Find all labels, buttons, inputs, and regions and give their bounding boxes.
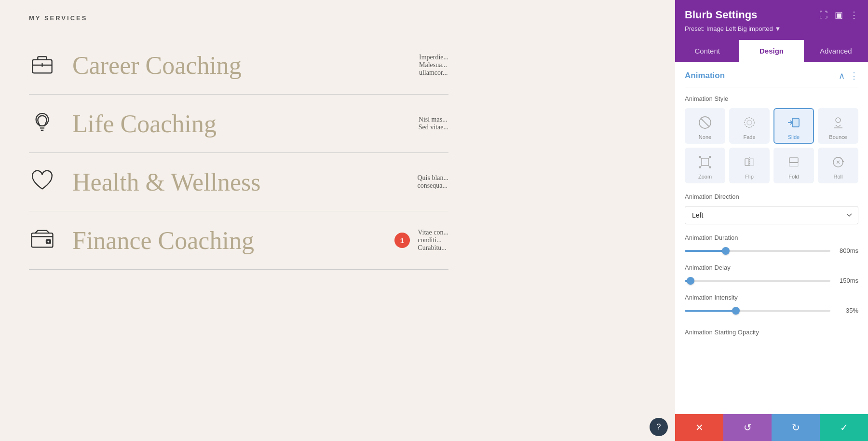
animation-intensity-fill [685,310,736,312]
fold-anim-icon [785,153,802,171]
undo-icon: ↺ [744,422,752,433]
zoom-anim-label: Zoom [698,174,712,179]
life-coaching-title: Life Coaching [72,110,217,138]
svg-point-9 [745,118,754,127]
heart-icon [29,167,58,196]
zoom-anim-icon [696,153,714,171]
more-options-icon[interactable]: ⋮ [850,10,858,20]
animation-direction-select[interactable]: Left Right Top Bottom [685,206,858,224]
services-heading: MY SERVICES [29,14,448,22]
career-coaching-title: Career Coaching [72,51,242,80]
tab-content[interactable]: Content [675,40,739,62]
fade-anim-label: Fade [743,134,755,140]
finance-coaching-desc: Vitae con... conditi... Curabitu... [418,229,448,252]
animation-duration-row: Animation Duration 800ms [685,234,858,254]
help-icon: ? [657,423,661,431]
svg-rect-23 [789,158,798,163]
anim-option-fade[interactable]: Fade [729,108,770,144]
cancel-icon: ✕ [695,422,704,433]
animation-duration-value: 800ms [835,247,858,254]
svg-rect-21 [750,159,754,165]
animation-direction-row: Animation Direction Left Right Top Botto… [685,193,858,224]
slide-anim-icon [785,114,802,131]
animation-direction-select-row: Left Right Top Bottom [685,206,858,224]
lightbulb-icon [29,109,58,138]
svg-line-8 [701,119,709,126]
animation-duration-track[interactable] [685,250,830,252]
panel-header: Blurb Settings ⛶ ▣ ⋮ Preset: Image Left … [675,0,868,40]
animation-intensity-track[interactable] [685,310,830,312]
save-button[interactable]: ✓ [820,414,868,441]
animation-duration-fill [685,250,726,252]
animation-delay-row: Animation Delay 150ms [685,264,858,284]
cancel-button[interactable]: ✕ [675,414,723,441]
redo-button[interactable]: ↻ [772,414,820,441]
animation-section-header: Animation ∧ ⋮ [685,62,858,87]
anim-option-slide[interactable]: Slide [773,108,814,144]
panel-tabs: Content Design Advanced [675,40,868,62]
help-button[interactable]: ? [650,418,668,436]
undo-button[interactable]: ↺ [723,414,772,441]
anim-option-fold[interactable]: Fold [773,148,814,183]
roll-anim-label: Roll [834,174,843,179]
anim-option-bounce[interactable]: Bounce [818,108,858,144]
svg-point-13 [836,118,841,123]
layout-icon[interactable]: ▣ [835,10,843,20]
none-anim-icon [696,114,714,131]
anim-option-roll[interactable]: Roll [818,148,858,183]
animation-direction-label: Animation Direction [685,193,858,200]
none-anim-label: None [699,134,711,140]
notification-badge: 1 [394,233,410,248]
section-more-icon[interactable]: ⋮ [850,70,858,81]
bounce-anim-icon [829,114,847,131]
svg-rect-20 [745,159,749,165]
expand-icon[interactable]: ⛶ [819,10,828,20]
panel-preset[interactable]: Preset: Image Left Big imported ▼ [685,25,858,32]
svg-point-6 [48,241,50,243]
animation-delay-label: Animation Delay [685,264,858,271]
collapse-chevron-icon[interactable]: ∧ [839,70,845,81]
animation-delay-value: 150ms [835,277,858,284]
animation-style-label: Animation Style [685,95,858,102]
animation-intensity-row: Animation Intensity 35% [685,294,858,314]
bounce-anim-label: Bounce [829,134,847,140]
save-icon: ✓ [840,422,848,433]
fade-anim-icon [741,114,758,131]
animation-intensity-thumb[interactable] [732,307,740,315]
anim-option-zoom[interactable]: Zoom [685,148,725,183]
health-wellness-desc: Quis blan... consequa... [417,174,448,190]
panel-title: Blurb Settings [685,9,757,21]
animation-duration-slider-container: 800ms [685,247,858,254]
svg-point-10 [747,120,752,125]
career-coaching-desc: Imperdie... Malesua... ullamcor... [419,54,448,77]
animation-duration-label: Animation Duration [685,234,858,241]
animation-delay-thumb[interactable] [687,277,694,285]
animation-intensity-label: Animation Intensity [685,294,858,301]
panel-title-row: Blurb Settings ⛶ ▣ ⋮ [685,9,858,21]
animation-delay-track[interactable] [685,280,830,282]
svg-rect-24 [789,163,798,166]
service-item-finance[interactable]: Finance Coaching 1 Vitae con... conditi.… [29,211,448,270]
svg-rect-11 [792,118,799,127]
animation-starting-opacity-label: Animation Starting Opacity [685,324,858,336]
panel-title-icons: ⛶ ▣ ⋮ [819,10,858,20]
animation-section-title: Animation [685,71,725,81]
tab-advanced[interactable]: Advanced [804,40,868,62]
service-item-life[interactable]: Life Coaching Nisl mas... Sed vitae... [29,95,448,153]
flip-anim-label: Flip [745,174,754,179]
svg-rect-15 [702,159,708,165]
animation-delay-slider-container: 150ms [685,277,858,284]
service-item-career[interactable]: Career Coaching Imperdie... Malesua... u… [29,36,448,95]
main-content: MY SERVICES Career Coaching Imperdie... … [0,0,477,441]
wallet-icon [29,226,58,255]
life-coaching-desc: Nisl mas... Sed vitae... [419,116,448,131]
panel-footer: ✕ ↺ ↻ ✓ [675,414,868,441]
anim-option-none[interactable]: None [685,108,725,144]
animation-duration-thumb[interactable] [722,247,730,255]
tab-design[interactable]: Design [739,40,803,62]
health-wellness-title: Health & Wellness [72,168,261,196]
section-controls: ∧ ⋮ [839,70,858,81]
animation-style-grid: None Fade [685,108,858,183]
service-item-health[interactable]: Health & Wellness Quis blan... consequa.… [29,153,448,211]
anim-option-flip[interactable]: Flip [729,148,770,183]
